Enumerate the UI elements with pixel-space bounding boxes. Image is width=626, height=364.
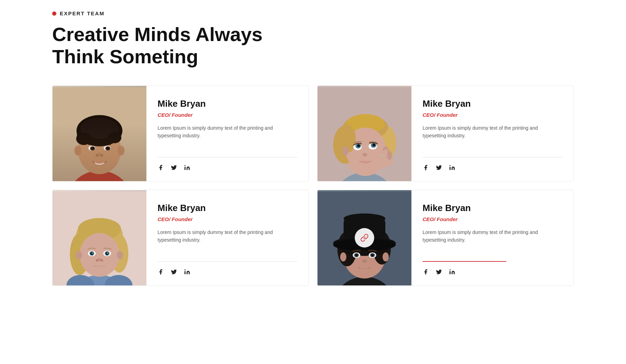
team-social-3 [158,269,297,276]
svg-point-16 [90,146,95,151]
svg-point-13 [118,146,125,155]
team-role-4: CEO/ Founder [423,216,562,222]
team-divider-red-4 [423,261,506,262]
team-grid: Mike Bryan CEO/ Founder Lorem Ipsum is s… [52,86,574,286]
svg-point-46 [362,153,367,156]
team-card-3: Mike Bryan CEO/ Founder Lorem Ipsum is s… [52,190,309,286]
svg-point-100 [355,254,358,257]
svg-rect-4 [91,155,107,169]
svg-point-67 [117,251,123,259]
svg-point-11 [107,132,121,143]
person-avatar-3 [53,190,146,285]
svg-point-51 [380,154,384,156]
svg-point-79 [185,269,186,270]
svg-point-77 [96,259,98,261]
svg-point-22 [101,154,103,157]
person-avatar-1 [53,86,146,181]
svg-point-94 [340,252,346,261]
team-name-1: Mike Bryan [158,98,297,109]
team-card-image-2 [318,86,411,181]
twitter-icon-1[interactable] [171,164,178,171]
linkedin-icon-4[interactable] [449,269,456,276]
svg-point-3 [75,174,124,181]
svg-point-10 [76,132,91,145]
linkedin-icon-1[interactable] [184,164,191,171]
svg-point-21 [96,154,98,157]
facebook-icon-2[interactable] [423,164,430,171]
svg-point-38 [342,146,348,155]
svg-point-75 [107,252,108,253]
team-social-2 [423,164,562,171]
linkedin-icon-3[interactable] [184,269,191,276]
svg-point-102 [362,259,367,263]
svg-rect-1 [53,87,146,181]
svg-point-19 [107,147,110,149]
svg-point-2 [68,171,131,181]
team-card-body-2: Mike Bryan CEO/ Founder Lorem Ipsum is s… [411,86,573,181]
person-avatar-2 [318,86,411,181]
team-card: Mike Bryan CEO/ Founder Lorem Ipsum is s… [52,86,309,181]
team-role-3: CEO/ Founder [158,216,297,222]
section-label: EXPERT TEAM [52,10,574,16]
svg-point-7 [77,124,98,144]
svg-point-45 [372,144,375,146]
facebook-icon-4[interactable] [423,269,430,276]
svg-point-18 [91,147,94,149]
svg-point-44 [357,144,360,147]
team-card-4: Mike Bryan CEO/ Founder Lorem Ipsum is s… [317,190,574,286]
team-social-4 [423,269,562,276]
team-card-2: Mike Bryan CEO/ Founder Lorem Ipsum is s… [317,86,574,181]
team-card-body-1: Mike Bryan CEO/ Founder Lorem Ipsum is s… [146,86,308,181]
svg-point-14 [88,146,95,151]
team-role-2: CEO/ Founder [423,112,562,118]
svg-point-17 [105,146,110,151]
team-name-4: Mike Bryan [423,203,562,213]
team-card-image-1 [53,86,146,181]
svg-point-52 [450,165,451,166]
svg-point-78 [101,259,103,261]
team-name-2: Mike Bryan [423,98,562,109]
svg-point-50 [387,151,392,160]
svg-point-103 [450,269,451,270]
twitter-icon-2[interactable] [436,164,443,171]
facebook-icon-1[interactable] [158,164,164,171]
svg-point-66 [76,251,82,259]
team-bio-3: Lorem Ipsum is simply dummy text of the … [158,228,297,244]
svg-point-5 [78,126,121,174]
team-bio-4: Lorem Ipsum is simply dummy text of the … [423,228,562,244]
team-card-image-4 [318,190,411,285]
overlay-play-button[interactable] [355,228,374,248]
twitter-icon-4[interactable] [436,269,443,276]
linkedin-icon-2[interactable] [449,164,456,171]
team-divider-3 [158,261,297,262]
team-role-1: CEO/ Founder [158,112,297,118]
facebook-icon-3[interactable] [158,269,164,276]
team-bio-1: Lorem Ipsum is simply dummy text of the … [158,124,297,140]
svg-point-95 [383,252,389,261]
team-card-body-3: Mike Bryan CEO/ Founder Lorem Ipsum is s… [146,190,308,285]
svg-point-91 [344,213,385,224]
svg-point-15 [104,146,111,151]
team-divider-1 [158,157,297,157]
svg-point-8 [102,124,121,141]
svg-point-101 [371,254,374,257]
svg-point-9 [80,118,119,139]
section-label-text: EXPERT TEAM [60,10,105,16]
section-heading: Creative Minds Always Think Someting [52,23,574,68]
team-divider-2 [423,157,562,157]
svg-point-20 [97,153,102,157]
link-icon [360,234,369,242]
team-name-3: Mike Bryan [158,203,297,213]
svg-point-23 [185,165,186,166]
svg-point-65 [80,233,119,277]
team-card-image-3 [53,190,146,285]
svg-point-74 [92,252,93,253]
team-card-body-4: Mike Bryan CEO/ Founder Lorem Ipsum is s… [411,190,573,285]
team-bio-2: Lorem Ipsum is simply dummy text of the … [423,124,562,140]
page-wrapper: EXPERT TEAM Creative Minds Always Think … [0,0,626,307]
label-dot [52,11,56,16]
twitter-icon-3[interactable] [171,269,178,276]
svg-point-12 [74,146,81,155]
team-social-1 [158,164,297,171]
